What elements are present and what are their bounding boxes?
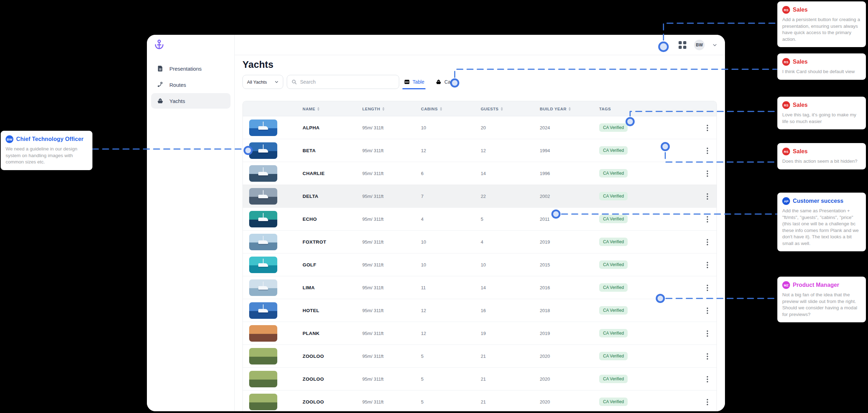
cell-cabins: 11	[421, 276, 426, 299]
cell-name: FOXTROT	[303, 231, 326, 253]
comment-card-product-manager[interactable]: MZ Product Manager Not a big fan of the …	[777, 277, 866, 322]
search-icon	[291, 79, 297, 85]
comment-anchor-thumbnail[interactable]	[244, 146, 253, 155]
cell-name: ECHO	[303, 208, 317, 231]
row-actions-kebab-icon[interactable]	[703, 352, 712, 361]
row-actions-kebab-icon[interactable]	[703, 238, 712, 247]
cell-length: 95m/ 311ft	[362, 231, 383, 253]
column-header-tags[interactable]: TAGS	[599, 101, 611, 116]
cell-cabins: 4	[421, 208, 423, 231]
cell-name: GOLF	[303, 253, 316, 276]
sidebar-item-presentations[interactable]: Presentations	[151, 61, 231, 76]
sort-icon	[501, 107, 503, 111]
chevron-down-icon	[274, 80, 279, 84]
comment-text: We need a guideline in our design system…	[6, 146, 88, 166]
cell-cabins: 7	[421, 185, 423, 208]
column-header-cabins[interactable]: CABINS	[421, 101, 442, 116]
cell-guests: 4	[481, 231, 483, 253]
comment-text: Not a big fan of the idea that the previ…	[782, 292, 861, 318]
table-row[interactable]: PLANK 95m/ 311ft 12 19 2019 CA Verified	[243, 322, 717, 345]
table-row[interactable]: BETA 95m/ 311ft 12 12 1994 CA Verified	[243, 139, 717, 162]
yacht-thumbnail	[249, 394, 277, 410]
cell-build-year: 2024	[540, 116, 550, 139]
author-avatar: RS	[782, 148, 790, 155]
tag-badge: CA Verified	[599, 283, 628, 292]
sidebar-item-routes[interactable]: Routes	[151, 77, 231, 92]
column-header-name[interactable]: NAME	[303, 101, 319, 116]
cell-length: 95m/ 311ft	[362, 276, 383, 299]
comment-anchor-header[interactable]	[658, 41, 669, 52]
sort-icon	[382, 107, 384, 111]
cell-name: BETA	[303, 139, 316, 162]
cell-name: LIMA	[303, 276, 315, 299]
row-actions-kebab-icon[interactable]	[703, 260, 712, 270]
cell-length: 95m/ 311ft	[362, 185, 383, 208]
row-actions-kebab-icon[interactable]	[703, 123, 712, 133]
table-row[interactable]: GOLF 95m/ 311ft 10 10 2015 CA Verified	[243, 253, 717, 276]
yacht-thumbnail	[249, 325, 277, 342]
tag-badge: CA Verified	[599, 352, 628, 360]
author-avatar: RS	[782, 101, 790, 109]
comment-anchor-tag[interactable]	[626, 117, 635, 126]
main-content: Yachts All Yachts Table Card	[235, 55, 725, 411]
cell-length: 95m/ 311ft	[362, 345, 383, 368]
cell-length: 95m/ 311ft	[362, 322, 383, 345]
cell-guests: 14	[481, 162, 486, 185]
row-actions-kebab-icon[interactable]	[703, 192, 712, 201]
table-row[interactable]: ALPHA 95m/ 311ft 10 20 2024 CA Verified	[243, 116, 717, 139]
yacht-thumbnail	[249, 279, 277, 296]
row-actions-kebab-icon[interactable]	[703, 398, 712, 407]
cell-length: 95m/ 311ft	[362, 368, 383, 391]
comment-anchor-card-tab[interactable]	[450, 78, 459, 88]
table-row[interactable]: CHARLIE 95m/ 311ft 6 14 1996 CA Verified	[243, 162, 717, 185]
row-actions-kebab-icon[interactable]	[703, 375, 712, 384]
cell-name: ZOOLOO	[303, 345, 324, 368]
row-actions-kebab-icon[interactable]	[703, 283, 712, 292]
comment-card-sales-4[interactable]: RS Sales Does this action seem a bit hid…	[777, 143, 866, 169]
table-row[interactable]: HOTEL 95m/ 311ft 12 16 2018 CA Verified	[243, 299, 717, 322]
row-actions-kebab-icon[interactable]	[703, 215, 712, 224]
author-role: Customer success	[793, 198, 843, 204]
table-row[interactable]: FOXTROT 95m/ 311ft 10 4 2019 CA Verified	[243, 231, 717, 253]
table-row[interactable]: LIMA 95m/ 311ft 11 14 2016 CA Verified	[243, 276, 717, 299]
author-avatar: RS	[782, 58, 790, 66]
cell-build-year: 2020	[540, 345, 550, 368]
tab-table[interactable]: Table	[403, 75, 425, 89]
column-header-build-year[interactable]: BUILD YEAR	[540, 101, 571, 116]
apps-grid-icon[interactable]	[679, 41, 686, 49]
row-actions-kebab-icon[interactable]	[703, 329, 712, 338]
table-row[interactable]: ECHO 95m/ 311ft 4 5 2011 CA Verified	[243, 208, 717, 231]
table-row[interactable]: DELTA 95m/ 311ft 7 22 2002 CA Verified	[243, 185, 717, 208]
comment-card-sales-2[interactable]: RS Sales I think Card should be default …	[777, 53, 866, 80]
table-row[interactable]: ZOOLOO 95m/ 311ft 5 21 2020 CA Verified	[243, 345, 717, 368]
sidebar-item-yachts[interactable]: Yachts	[151, 93, 231, 109]
comment-anchor-menu[interactable]	[661, 142, 670, 151]
chevron-down-icon[interactable]	[712, 43, 717, 47]
cell-guests: 19	[481, 322, 486, 345]
column-header-length[interactable]: LENGTH	[362, 101, 384, 116]
table-row[interactable]: ZOOLOO 95m/ 311ft 5 21 2020 CA Verified	[243, 368, 717, 391]
search-input[interactable]	[300, 79, 395, 85]
avatar[interactable]: BW	[694, 40, 705, 50]
column-header-guests[interactable]: GUESTS	[481, 101, 503, 116]
comment-card-customer-success[interactable]: AP Customer success Add the same as Pres…	[777, 193, 866, 251]
cell-guests: 10	[481, 253, 486, 276]
author-avatar: MZ	[782, 281, 790, 289]
comment-card-sales-1[interactable]: RS Sales Add a persistent button for cre…	[777, 1, 866, 47]
row-actions-kebab-icon[interactable]	[703, 169, 712, 178]
comment-anchor-preview[interactable]	[656, 294, 665, 303]
comment-card-cto[interactable]: BW Chief Technology Officer We need a gu…	[1, 131, 92, 170]
cell-build-year: 2016	[540, 276, 550, 299]
table-row[interactable]: ZOOLOO 95m/ 311ft 5 21 2020 CA Verified	[243, 391, 717, 411]
sort-icon	[440, 107, 442, 111]
author-avatar: RS	[782, 6, 790, 14]
tag-badge: CA Verified	[599, 123, 628, 132]
author-role: Sales	[793, 59, 808, 65]
cell-guests: 14	[481, 276, 486, 299]
cell-build-year: 1996	[540, 162, 550, 185]
row-actions-kebab-icon[interactable]	[703, 306, 712, 315]
comment-card-sales-3[interactable]: RS Sales Love this tag, it's going to ma…	[777, 97, 866, 129]
comment-anchor-build-year[interactable]	[551, 209, 561, 219]
row-actions-kebab-icon[interactable]	[703, 146, 712, 155]
yacht-filter-select[interactable]: All Yachts	[242, 75, 283, 89]
